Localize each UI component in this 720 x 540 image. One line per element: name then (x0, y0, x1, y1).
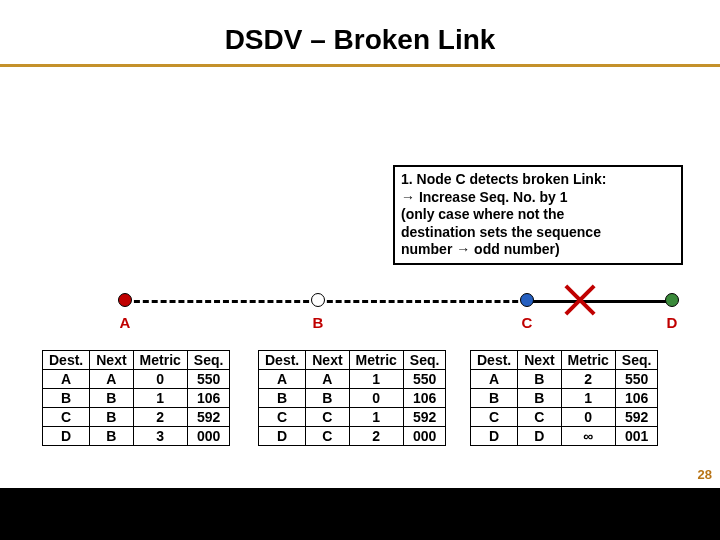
table-cell: C (471, 408, 518, 427)
table-row: AB2550 (471, 370, 658, 389)
note-line: destination sets the sequence (401, 224, 675, 242)
table-cell: B (259, 389, 306, 408)
table-cell: B (90, 389, 133, 408)
table-cell: 550 (187, 370, 230, 389)
node-d (665, 293, 679, 307)
table-header: Dest. (259, 351, 306, 370)
table-cell: 000 (187, 427, 230, 446)
table-header: Seq. (187, 351, 230, 370)
table-cell: 2 (349, 427, 403, 446)
table-cell: C (259, 408, 306, 427)
table-header: Seq. (403, 351, 446, 370)
routing-table-b: Dest.NextMetricSeq.AA1550BB0106CC1592DC2… (258, 350, 446, 446)
table-header: Next (518, 351, 561, 370)
table-cell: A (471, 370, 518, 389)
table-cell: ∞ (561, 427, 615, 446)
table-cell: B (306, 389, 349, 408)
table-row: CB2592 (43, 408, 230, 427)
page-number: 28 (698, 467, 712, 482)
table-cell: B (471, 389, 518, 408)
table-row: DB3000 (43, 427, 230, 446)
title-rule (0, 64, 720, 67)
table-cell: B (518, 389, 561, 408)
table-header: Next (90, 351, 133, 370)
table-cell: 001 (615, 427, 658, 446)
table-cell: A (259, 370, 306, 389)
table-cell: C (518, 408, 561, 427)
table-cell: 2 (561, 370, 615, 389)
node-label-c: C (517, 314, 537, 331)
table-cell: 0 (561, 408, 615, 427)
table-row: BB1106 (471, 389, 658, 408)
table-cell: A (306, 370, 349, 389)
table-cell: 000 (403, 427, 446, 446)
table-row: DD∞001 (471, 427, 658, 446)
table-cell: B (90, 427, 133, 446)
table-row: BB0106 (259, 389, 446, 408)
table-cell: C (306, 408, 349, 427)
table-cell: 550 (403, 370, 446, 389)
table-cell: 106 (187, 389, 230, 408)
table-cell: 0 (349, 389, 403, 408)
table-header: Dest. (471, 351, 518, 370)
table-cell: 592 (403, 408, 446, 427)
table-cell: B (90, 408, 133, 427)
table-cell: 1 (349, 370, 403, 389)
table-row: AA1550 (259, 370, 446, 389)
table-cell: D (43, 427, 90, 446)
table-row: DC2000 (259, 427, 446, 446)
node-label-d: D (662, 314, 682, 331)
table-cell: 1 (349, 408, 403, 427)
table-cell: D (259, 427, 306, 446)
table-header: Metric (349, 351, 403, 370)
table-cell: 2 (133, 408, 187, 427)
node-label-b: B (308, 314, 328, 331)
node-c (520, 293, 534, 307)
node-label-a: A (115, 314, 135, 331)
table-cell: C (306, 427, 349, 446)
table-header: Metric (561, 351, 615, 370)
table-cell: 106 (403, 389, 446, 408)
table-cell: A (90, 370, 133, 389)
table-row: CC0592 (471, 408, 658, 427)
node-b (311, 293, 325, 307)
node-a (118, 293, 132, 307)
table-cell: 592 (615, 408, 658, 427)
note-line: number → odd number) (401, 241, 675, 259)
table-row: CC1592 (259, 408, 446, 427)
routing-table-a: Dest.NextMetricSeq.AA0550BB1106CB2592DB3… (42, 350, 230, 446)
table-cell: 550 (615, 370, 658, 389)
table-cell: D (471, 427, 518, 446)
table-row: AA0550 (43, 370, 230, 389)
routing-tables: Dest.NextMetricSeq.AA0550BB1106CB2592DB3… (0, 350, 720, 480)
routing-table-c: Dest.NextMetricSeq.AB2550BB1106CC0592DD∞… (470, 350, 658, 446)
table-header: Metric (133, 351, 187, 370)
table-cell: B (518, 370, 561, 389)
table-cell: D (518, 427, 561, 446)
table-header: Next (306, 351, 349, 370)
table-cell: B (43, 389, 90, 408)
table-cell: 0 (133, 370, 187, 389)
table-cell: 592 (187, 408, 230, 427)
table-header: Seq. (615, 351, 658, 370)
edge-b-c (318, 300, 527, 303)
table-cell: 3 (133, 427, 187, 446)
page-title: DSDV – Broken Link (0, 0, 720, 64)
annotation-note: 1. Node C detects broken Link: → Increas… (393, 165, 683, 265)
note-line: → Increase Seq. No. by 1 (401, 189, 675, 207)
note-line: 1. Node C detects broken Link: (401, 171, 675, 189)
broken-link-icon (560, 280, 600, 320)
table-row: BB1106 (43, 389, 230, 408)
table-cell: 1 (561, 389, 615, 408)
table-cell: 1 (133, 389, 187, 408)
table-cell: A (43, 370, 90, 389)
table-cell: C (43, 408, 90, 427)
note-line: (only case where not the (401, 206, 675, 224)
edge-a-b (125, 300, 318, 303)
table-header: Dest. (43, 351, 90, 370)
table-cell: 106 (615, 389, 658, 408)
